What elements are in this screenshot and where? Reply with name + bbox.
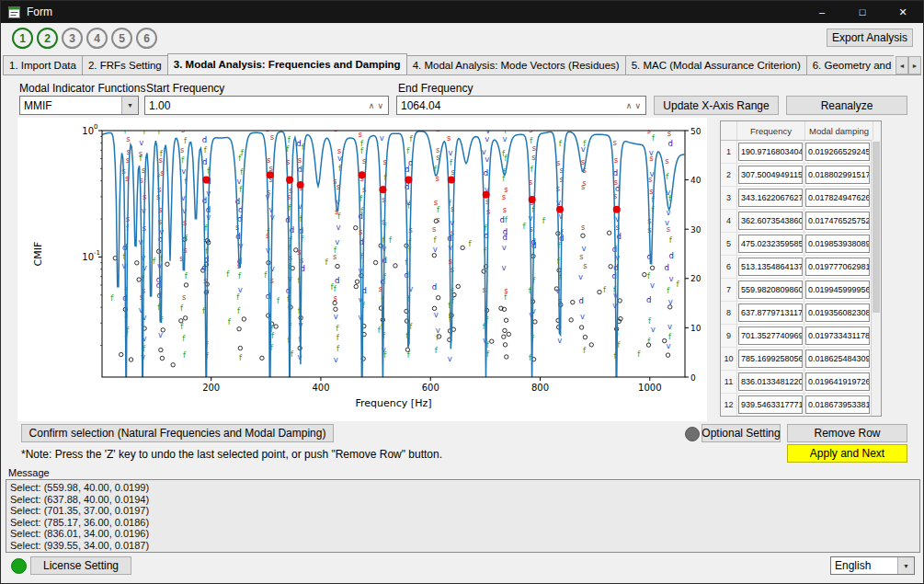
frequency-cell[interactable]: 343.1622067627... [738, 189, 803, 207]
damping-cell[interactable]: 0.018673953381... [805, 395, 870, 414]
damping-cell[interactable]: 0.018802991517... [805, 166, 870, 184]
frequency-cell[interactable]: 513.1354864137... [738, 258, 803, 276]
chart-svg[interactable]: ffffffffffffffffffffffffdfvfdfssssssfvfv… [17, 118, 707, 421]
scrollbar-thumb[interactable] [873, 142, 880, 313]
end-frequency-spinbox[interactable]: 1064.04 ∧ ∨ [396, 96, 646, 115]
start-frequency-label: Start Frequency [146, 82, 224, 95]
damping-cell[interactable]: 0.019266529245... [805, 143, 870, 161]
mif-combobox[interactable]: MMIF ▼ [19, 96, 139, 115]
table-row: 11836.0133481220...0.019641919726... [721, 371, 881, 394]
confirm-selection-button[interactable]: Confirm selection (Natural Frequencies a… [21, 424, 334, 442]
tab-2[interactable]: 2. FRFs Setting [82, 55, 168, 74]
minimize-button[interactable]: – [802, 1, 842, 23]
row-number: 10 [721, 348, 737, 370]
tab-6[interactable]: 6. Geometry and Mo [806, 55, 894, 74]
chevron-down-icon[interactable]: ▼ [121, 97, 138, 114]
close-button[interactable]: ✕ [883, 1, 923, 23]
tab-scroll: ◄ ► [895, 56, 921, 74]
svg-text:v: v [649, 148, 654, 157]
reanalyze-button[interactable]: Reanalyze [786, 96, 907, 115]
svg-text:v: v [448, 354, 452, 363]
row-number: 12 [721, 394, 737, 416]
frequency-cell-container: 559.9820809860... [737, 279, 804, 301]
update-xaxis-button[interactable]: Update X-Axis Range [654, 96, 779, 115]
frequency-cell[interactable]: 307.5004949115... [738, 166, 803, 184]
frequency-cell[interactable]: 785.1699258056... [738, 349, 803, 368]
damping-cell[interactable]: 0.017824947626... [805, 189, 870, 207]
frequency-cell-container: 939.5463317771... [737, 394, 804, 416]
app-window: Form – □ ✕ 123456 Export Analysis 1. Imp… [0, 0, 924, 584]
chevron-down-icon[interactable]: ▼ [897, 557, 914, 574]
svg-text:s: s [612, 138, 617, 147]
remove-row-button[interactable]: Remove Row [787, 424, 907, 442]
spin-up-icon[interactable]: ∧ [626, 101, 633, 110]
spin-arrows: ∧ ∨ [626, 101, 645, 110]
svg-text:v: v [436, 326, 440, 335]
table-row: 3343.1622067627...0.017824947626... [721, 187, 881, 210]
tab-5[interactable]: 5. MAC (Modal Assurance Criterion) [625, 55, 807, 74]
tab-scroll-left-button[interactable]: ◄ [895, 56, 908, 74]
damping-cell-container: 0.019356082308... [804, 302, 872, 324]
svg-text:v: v [358, 313, 362, 322]
damping-cell[interactable]: 0.019733431178... [805, 326, 870, 345]
row-number: 5 [721, 233, 737, 255]
titlebar: Form – □ ✕ [1, 1, 923, 23]
frequency-cell[interactable]: 836.0133481220... [738, 372, 803, 391]
tab-4[interactable]: 4. Modal Analysis: Mode Vectors (Residue… [406, 55, 626, 74]
damping-cell[interactable]: 0.019356082308... [805, 303, 870, 322]
license-setting-button[interactable]: License Setting [30, 556, 131, 575]
frequency-cell[interactable]: 939.5463317771... [738, 395, 803, 414]
frequency-cell[interactable]: 362.6073543860... [738, 212, 803, 230]
maximize-button[interactable]: □ [842, 1, 883, 23]
message-box[interactable]: Select: (559.98, 40.00, 0.0199)Select: (… [6, 479, 920, 553]
frequency-cell[interactable]: 701.3527740969... [738, 326, 803, 345]
frequency-cell-container: 836.0133481220... [737, 371, 804, 393]
table-row: 12939.5463317771...0.018673953381... [721, 394, 881, 417]
start-frequency-value: 1.00 [145, 99, 369, 112]
frequency-table[interactable]: FrequencyModal damping1190.9716803404...… [720, 120, 882, 417]
svg-text:v: v [448, 148, 452, 157]
start-frequency-spinbox[interactable]: 1.00 ∧ ∨ [144, 96, 389, 115]
svg-text:CMIF: CMIF [32, 242, 44, 267]
damping-cell[interactable]: 0.019641919726... [805, 372, 870, 391]
damping-cell[interactable]: 0.017476525752... [805, 212, 870, 230]
frequency-cell[interactable]: 559.9820809860... [738, 281, 803, 299]
damping-cell[interactable]: 0.018625484309... [805, 349, 870, 368]
note-text: *Note: Press the 'Z' key to undo the las… [21, 448, 442, 461]
spin-down-icon[interactable]: ∨ [634, 101, 641, 110]
table-header-modal-damping: Modal damping [805, 121, 873, 140]
svg-text:d: d [646, 295, 651, 304]
table-row: 5475.0232359585...0.019853938089... [721, 233, 881, 256]
damping-cell[interactable]: 0.019777062981... [805, 258, 870, 276]
frequency-cell[interactable]: 190.9716803404... [738, 143, 803, 161]
damping-cell-container: 0.019266529245... [804, 141, 872, 163]
language-combobox[interactable]: English ▼ [830, 556, 915, 575]
stability-chart[interactable]: ffffffffffffffffffffffffdfvfdfssssssfvfv… [17, 118, 707, 421]
spin-up-icon[interactable]: ∧ [369, 101, 375, 110]
svg-text:d: d [669, 251, 674, 260]
svg-text:s: s [298, 155, 302, 165]
svg-text:v: v [502, 134, 507, 143]
svg-text:d: d [668, 139, 673, 148]
frequency-cell-container: 637.8779713117... [737, 302, 804, 324]
row-number: 2 [721, 164, 737, 186]
spin-down-icon[interactable]: ∨ [377, 101, 383, 110]
damping-cell-container: 0.019853938089... [804, 233, 872, 255]
table-scrollbar[interactable] [871, 140, 881, 416]
export-analysis-button[interactable]: Export Analysis [827, 29, 913, 47]
tab-1[interactable]: 1. Import Data [3, 55, 83, 74]
step-indicator-6: 6 [136, 28, 157, 49]
frequency-cell[interactable]: 637.8779713117... [738, 303, 803, 322]
damping-cell-container: 0.019641919726... [804, 371, 872, 393]
apply-and-next-button[interactable]: Apply and Next [787, 444, 907, 463]
message-line: Select: (785.17, 36.00, 0.0186) [10, 517, 916, 529]
frequency-cell[interactable]: 475.0232359585... [738, 235, 803, 253]
damping-cell[interactable]: 0.019945999956... [805, 281, 870, 299]
message-line: Select: (701.35, 37.00, 0.0197) [10, 505, 916, 517]
optional-setting-button[interactable]: Optional Setting [702, 424, 781, 442]
damping-cell-container: 0.017824947626... [804, 187, 872, 209]
tab-bar: 1. Import Data2. FRFs Setting3. Modal An… [3, 53, 921, 75]
tab-3[interactable]: 3. Modal Analysis: Frequencies and Dampi… [167, 53, 407, 74]
damping-cell[interactable]: 0.019853938089... [805, 235, 870, 253]
tab-scroll-right-button[interactable]: ► [908, 56, 921, 74]
